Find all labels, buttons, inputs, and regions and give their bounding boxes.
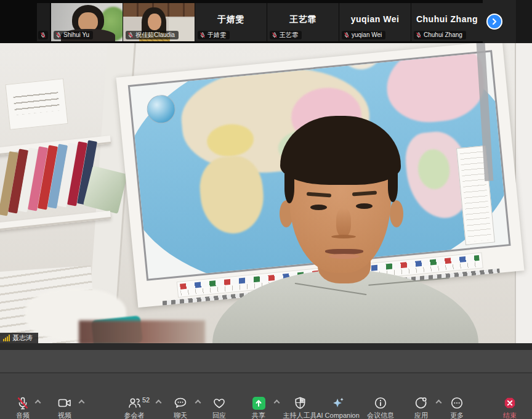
end-label: 结束 [503,412,517,419]
zoom-meeting-window: Shihui Yu 祝佳茹Claudia 于婧雯 于婧雯 王艺霏 [0,0,532,419]
mic-muted-icon [40,32,46,38]
share-label: 共享 [252,412,265,419]
chat-button[interactable]: 聊天 [174,396,187,419]
chat-label: 聊天 [174,412,187,419]
host-tools-label: 主持人工具 [283,412,317,419]
participant-display-name: Chuhui Zhang [411,14,483,24]
participant-name: 祝佳茹Claudia [135,32,175,38]
participants-icon: 52 [127,396,141,410]
active-speaker-name: 聂志涛 [12,335,33,341]
more-label: 更多 [450,412,464,419]
participants-filmstrip: Shihui Yu 祝佳茹Claudia 于婧雯 于婧雯 王艺霏 [0,0,532,43]
host-tools-button[interactable]: 主持人工具 [283,396,317,419]
mic-muted-icon [416,32,422,38]
participant-tile-chuhui-zhang[interactable]: Chuhui Zhang Chuhui Zhang [411,3,483,41]
participants-label: 参会者 [124,412,145,419]
chat-icon [174,396,187,410]
share-screen-icon [252,396,265,410]
more-button[interactable]: 更多 [450,396,464,419]
partial-participant-tile[interactable] [37,3,50,41]
participant-name-pill: Chuhui Zhang [414,31,466,39]
participant-name: yuqian Wei [352,32,382,38]
chevron-right-icon [491,18,498,25]
active-speaker-label: 聂志涛 [0,333,38,343]
camera-icon [58,396,71,410]
shelf-object [79,320,205,343]
video-button[interactable]: 视频 [58,396,71,419]
participant-tile-yujingwen[interactable]: 于婧雯 于婧雯 [195,3,267,41]
curtain-decor [515,43,532,343]
panel-divider-strip [0,343,532,350]
participant-tile-yuqian-wei[interactable]: yuqian Wei yuqian Wei [339,3,411,41]
audio-label: 音频 [16,412,30,419]
mic-muted-icon [55,32,62,38]
mic-muted-icon [200,32,206,38]
audio-level-icon [3,335,10,341]
ai-companion-label: AI Companion [316,412,360,419]
meeting-info-label: 会议信息 [367,412,394,419]
muted-mic-badge [38,31,48,39]
apps-label: 应用 [414,412,428,419]
participant-display-name: 王艺霏 [267,14,339,25]
participant-name: 于婧雯 [208,32,226,38]
reactions-button[interactable]: 回应 [212,396,226,419]
reactions-label: 回应 [212,412,226,419]
meeting-info-button[interactable]: 会议信息 [367,396,394,419]
next-participants-button[interactable] [486,14,502,30]
participant-name-pill: Shihui Yu [54,31,93,39]
end-call-icon [503,396,517,410]
participant-name: 王艺霏 [280,32,298,38]
mic-muted-icon [16,396,30,410]
participant-tile-claudia[interactable]: 祝佳茹Claudia [123,3,195,41]
filmstrip-right-edge [516,0,532,43]
panel-empty-area [0,350,532,372]
video-label: 视频 [58,412,71,419]
participant-name-pill: yuqian Wei [342,31,385,39]
sparkle-icon [331,396,345,410]
audio-button[interactable]: 音频 [16,396,30,419]
participant-name-pill: 于婧雯 [198,31,230,39]
participant-name: Shihui Yu [63,32,89,38]
participant-tile-shihui-yu[interactable]: Shihui Yu [51,3,123,41]
share-screen-button[interactable]: 共享 [252,396,265,419]
participant-count: 52 [142,397,150,404]
continent-north-america [383,50,488,126]
ai-companion-button[interactable]: AI Companion [316,396,360,419]
end-meeting-button[interactable]: 结束 [503,396,517,419]
file-box-decor [5,78,68,130]
info-icon [374,396,387,410]
participant-name-pill: 祝佳茹Claudia [126,31,179,39]
mic-muted-icon [127,32,134,38]
participant-tile-wangyifei[interactable]: 王艺霏 王艺霏 [267,3,339,41]
participants-button[interactable]: 52 参会者 [124,396,145,419]
participant-display-name: 于婧雯 [195,14,267,25]
participant-display-name: yuqian Wei [339,14,411,24]
shield-icon [293,396,307,410]
mic-muted-icon [272,32,278,38]
main-video-feed[interactable]: 聂志涛 [0,43,532,343]
participant-name-pill: 王艺霏 [270,31,302,39]
participant-name: Chuhui Zhang [424,32,462,38]
more-icon [450,396,464,410]
greenland [343,50,381,71]
apps-icon [414,396,428,410]
heart-icon [212,396,226,410]
apps-button[interactable]: 应用 [414,396,428,419]
mic-muted-icon [344,32,350,38]
